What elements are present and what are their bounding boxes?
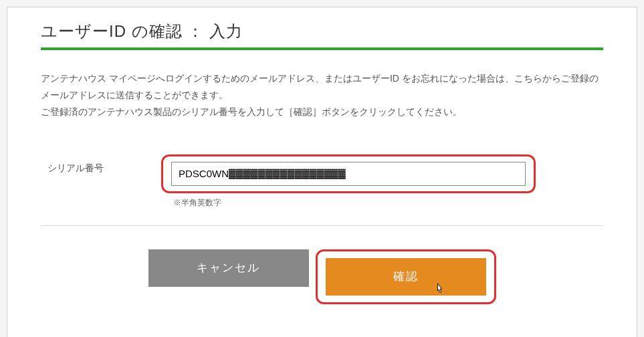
description-block: アンテナハウス マイページへログインするためのメールアドレス、またはユーザーID… (41, 70, 603, 121)
button-row: キャンセル 確認 (41, 249, 603, 304)
cancel-button[interactable]: キャンセル (148, 249, 309, 287)
confirm-button-label: 確認 (393, 269, 419, 284)
page-title: ユーザーID の確認 ： 入力 (41, 21, 603, 47)
serial-input-highlight (161, 154, 536, 193)
main-panel: ユーザーID の確認 ： 入力 アンテナハウス マイページへログインするためのメ… (7, 7, 637, 337)
confirm-button[interactable]: 確認 (326, 258, 486, 296)
serial-input-area: ※半角英数字 (161, 154, 603, 209)
confirm-button-highlight: 確認 (316, 249, 496, 304)
title-underline (41, 47, 603, 50)
cancel-button-label: キャンセル (197, 260, 260, 275)
description-line-2: ご登録済のアンテナハウス製品のシリアル番号を入力して［確認］ボタンをクリックして… (41, 104, 603, 120)
serial-label: シリアル番号 (41, 154, 161, 175)
serial-input[interactable] (171, 162, 526, 186)
serial-form-row: シリアル番号 ※半角英数字 (41, 154, 603, 226)
description-line-1: アンテナハウス マイページへログインするためのメールアドレス、またはユーザーID… (41, 70, 603, 104)
serial-hint: ※半角英数字 (173, 197, 603, 209)
